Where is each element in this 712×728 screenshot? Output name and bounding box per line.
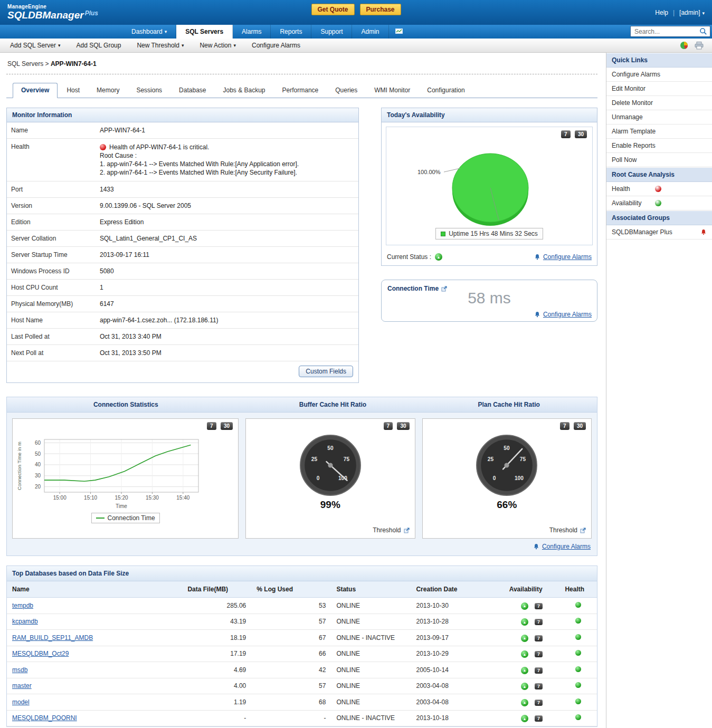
db-name-link[interactable]: RAM_BUILD_SEP11_AMDB [12, 634, 93, 641]
toolbar-item-configure-alarms[interactable]: Configure Alarms [244, 42, 308, 49]
nav-monitor-shortcut[interactable] [389, 25, 409, 39]
db-health-cell [559, 710, 597, 726]
nav-item-label: Dashboard [131, 28, 163, 35]
db-availability-cell: ▲7 [504, 678, 560, 694]
range-30-button[interactable]: 30 [575, 130, 587, 138]
toolbar-item-label: New Threshold [137, 42, 179, 49]
availability-range-button[interactable]: 7 [535, 651, 543, 657]
db-logused-cell: - [251, 710, 331, 726]
quick-link-unmanage[interactable]: Unmanage [606, 110, 712, 124]
monitor-info-value: 1 [100, 284, 354, 291]
monitor-info-value: 6147 [100, 300, 354, 308]
range-7-button[interactable]: 7 [384, 422, 393, 430]
availability-range-button[interactable]: 7 [535, 635, 543, 641]
nav-item-reports[interactable]: Reports [271, 25, 311, 39]
buffer-threshold-link[interactable]: Threshold [373, 526, 401, 534]
nav-item-dashboard[interactable]: Dashboard▾ [122, 25, 176, 39]
range-7-button[interactable]: 7 [207, 422, 216, 430]
health-ok-icon [575, 602, 581, 608]
db-name-link[interactable]: master [12, 682, 32, 689]
plan-threshold-link[interactable]: Threshold [549, 526, 577, 534]
uptime-legend-swatch [441, 232, 445, 236]
toolbar-item-new-threshold[interactable]: New Threshold▾ [129, 42, 192, 49]
db-name-link[interactable]: MESQLDBM_POORNI [12, 714, 77, 722]
tab-overview[interactable]: Overview [13, 83, 58, 98]
db-name-cell: MESQLDBM_POORNI [7, 710, 182, 726]
tab-sessions[interactable]: Sessions [128, 83, 170, 98]
availability-configure-alarms-link[interactable]: Configure Alarms [543, 253, 592, 261]
db-name-link[interactable]: tempdb [12, 602, 33, 609]
tab-wmi-monitor[interactable]: WMI Monitor [366, 83, 418, 98]
quick-link-edit-monitor[interactable]: Edit Monitor [606, 82, 712, 96]
db-logused-cell: 68 [251, 694, 331, 711]
report-chart-button[interactable] [680, 41, 688, 50]
external-link-icon[interactable] [404, 528, 410, 533]
health-status-text: Health of APP-WIN7-64-1 is critical. [109, 143, 209, 151]
search-input[interactable] [630, 26, 710, 37]
root-cause-health[interactable]: Health [606, 182, 712, 196]
db-availability-cell: ▲7 [504, 694, 560, 711]
search-button[interactable] [699, 27, 707, 35]
breadcrumb-parent-link[interactable]: SQL Servers [7, 60, 43, 68]
tab-host[interactable]: Host [59, 83, 88, 98]
help-link[interactable]: Help [655, 9, 668, 16]
plan-cache-title: Plan Cache Hit Ratio [421, 397, 597, 412]
admin-menu[interactable]: [admin]▾ [679, 9, 705, 16]
availability-range-button[interactable]: 7 [535, 603, 543, 609]
availability-range-button[interactable]: 7 [535, 700, 543, 706]
external-link-icon[interactable] [580, 528, 586, 533]
db-name-link[interactable]: kcpamdb [12, 618, 38, 625]
buffer-cache-gauge-box: 7 30 50 25 75 0 100 99% [245, 418, 415, 539]
db-datafile-cell: 1.19 [182, 694, 251, 711]
root-cause-availability[interactable]: Availability [606, 196, 712, 210]
gauge-tick-0: 0 [317, 475, 320, 481]
tab-performance[interactable]: Performance [274, 83, 327, 98]
custom-fields-button[interactable]: Custom Fields [299, 366, 353, 377]
connection-time-configure-alarms-link[interactable]: Configure Alarms [543, 311, 592, 318]
db-name-link[interactable]: model [12, 698, 30, 706]
range-30-button[interactable]: 30 [221, 422, 233, 430]
db-name-link[interactable]: msdb [12, 666, 27, 674]
nav-item-admin[interactable]: Admin [352, 25, 388, 39]
availability-indicators: ▲7 [521, 667, 543, 674]
tab-jobs-backup[interactable]: Jobs & Backup [215, 83, 273, 98]
quick-link-enable-reports[interactable]: Enable Reports [606, 139, 712, 153]
charts-configure-alarms-link[interactable]: Configure Alarms [542, 543, 591, 550]
tab-memory[interactable]: Memory [89, 83, 127, 98]
main-nav: Dashboard▾SQL ServersAlarmsReportsSuppor… [0, 25, 712, 39]
external-link-icon[interactable] [441, 286, 447, 292]
nav-item-sql-servers[interactable]: SQL Servers [176, 25, 233, 39]
tab-queries[interactable]: Queries [327, 83, 365, 98]
monitor-tabs: OverviewHostMemorySessionsDatabaseJobs &… [6, 82, 597, 98]
buffer-cache-gauge: 50 25 75 0 100 [297, 433, 364, 497]
availability-range-button[interactable]: 7 [535, 667, 543, 674]
tab-database[interactable]: Database [171, 83, 214, 98]
monitor-info-row: Server CollationSQL_Latin1_General_CP1_C… [7, 231, 358, 247]
monitor-info-label: Host Name [11, 317, 100, 324]
monitor-info-body: NameAPP-WIN7-64-1HealthHealth of APP-WIN… [7, 122, 358, 361]
range-30-button[interactable]: 30 [397, 422, 409, 430]
range-30-button[interactable]: 30 [574, 422, 586, 430]
nav-item-support[interactable]: Support [311, 25, 352, 39]
availability-chart-area: 7 30 100.00% Uptime 15 Hrs 48 M [386, 127, 593, 245]
range-7-button[interactable]: 7 [560, 422, 569, 430]
tab-configuration[interactable]: Configuration [419, 83, 472, 98]
range-7-button[interactable]: 7 [561, 130, 571, 138]
quick-link-alarm-template[interactable]: Alarm Template [606, 124, 712, 139]
availability-range-button[interactable]: 7 [535, 715, 543, 722]
gauge-tick-0: 0 [493, 475, 496, 481]
availability-range-button[interactable]: 7 [535, 619, 543, 625]
purchase-button[interactable]: Purchase [359, 4, 401, 15]
quick-link-configure-alarms[interactable]: Configure Alarms [606, 68, 712, 82]
get-quote-button[interactable]: Get Quote [311, 4, 354, 15]
nav-item-alarms[interactable]: Alarms [233, 25, 271, 39]
associated-group-sqldbmanager-plus[interactable]: SQLDBManager Plus [606, 225, 712, 240]
quick-link-delete-monitor[interactable]: Delete Monitor [606, 96, 712, 110]
toolbar-item-add-sql-group[interactable]: Add SQL Group [68, 42, 129, 49]
toolbar-item-add-sql-server[interactable]: Add SQL Server▾ [2, 42, 68, 49]
db-name-link[interactable]: MESQLDBM_Oct29 [12, 650, 69, 657]
print-button[interactable] [695, 42, 704, 50]
availability-range-button[interactable]: 7 [535, 683, 543, 689]
quick-link-poll-now[interactable]: Poll Now [606, 153, 712, 167]
toolbar-item-new-action[interactable]: New Action▾ [192, 42, 244, 49]
